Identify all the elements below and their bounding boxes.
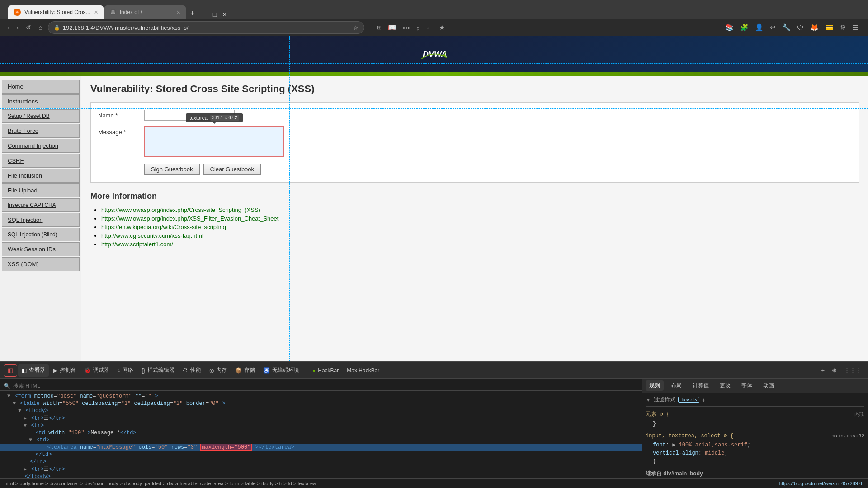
html-line-11: <tr>☰</tr> [0,465,642,473]
message-textarea[interactable] [144,126,284,157]
info-link-5[interactable]: http://www.scriptalert1.com/ [101,241,173,248]
html-line-8[interactable]: <textarea name="mtxMessage" cols="50" ro… [0,444,642,451]
status-link[interactable]: https://blog.csdn.net/weixin_45728976 [779,481,863,486]
tab-xss[interactable]: Vulnerability: Stored Cros... ✕ [8,5,104,19]
sidebar-item-xss-dom[interactable]: XSS (DOM) [2,257,80,271]
css-tab-animation[interactable]: 动画 [760,380,778,391]
devtools-target-btn[interactable]: ⊕ [829,366,840,375]
tab-close-2[interactable]: ✕ [176,9,180,15]
devtools-maxhackbar-btn[interactable]: Max HackBar [343,364,383,377]
sidebar-item-file-inclusion[interactable]: File Inclusion [2,169,80,183]
refresh-button[interactable]: ↺ [24,23,33,32]
devtools-add-btn[interactable]: + [818,366,827,375]
devtools-icon[interactable]: 🔧 [780,23,793,33]
a11y-icon: ♿ [263,367,270,374]
html-line-12: </tbody> [0,473,642,478]
info-link-2[interactable]: https://www.owasp.org/index.php/XSS_Filt… [101,215,278,222]
menu-icon[interactable]: ☰ [850,23,860,33]
addon-icon[interactable]: 🦊 [808,23,821,33]
triangle-td[interactable] [29,437,32,443]
security-icon: 🔒 [54,25,60,31]
sync-icon[interactable]: ↕ [415,23,422,33]
search-html-input[interactable] [13,383,81,389]
css-tab-fonts[interactable]: 字体 [738,380,756,391]
triangle-tr2[interactable] [24,422,27,429]
history-icon[interactable]: ↩ [768,23,778,33]
search-icon: 🔍 [4,383,10,389]
sidebar-item-setup[interactable]: Setup / Reset DB [2,109,80,123]
sidebar-item-insecure-captcha[interactable]: Insecure CAPTCHA [2,198,80,212]
sidebar-item-sql-blind[interactable]: SQL Injection (Blind) [2,228,80,241]
devtools-memory-btn[interactable]: ◎ 内存 [206,364,231,377]
sidebar-item-sql-injection[interactable]: SQL Injection [2,213,80,227]
css-tab-rules[interactable]: 规则 [646,380,664,391]
maximize-button[interactable]: □ [211,10,218,19]
css-section-header-element: 元素 ⚙ { 内联 [646,410,864,418]
devtools-style-btn[interactable]: {} 样式编辑器 [138,364,178,377]
devtools-storage-btn[interactable]: 📦 存储 [231,364,259,377]
devtools-inspector-btn[interactable]: ◧ [4,364,17,377]
tabs-bar: Vulnerability: Stored Cros... ✕ Index of… [8,0,863,19]
address-field[interactable]: 🔒 192.168.1.4/DVWA-master/vulnerabilitie… [48,21,364,34]
close-browser-button[interactable]: ✕ [220,10,229,19]
star-icon[interactable]: ★ [437,23,447,33]
info-link-3[interactable]: https://en.wikipedia.org/wiki/Cross-site… [101,224,226,230]
dots-icon[interactable]: ••• [401,23,412,33]
bookmark-icon[interactable]: ☆ [353,24,359,31]
css-source-element: 内联 [854,411,864,418]
new-tab-button[interactable]: + [187,7,198,19]
devtools-hackbar-btn[interactable]: ● HackBar [309,364,342,377]
info-link-4[interactable]: http://www.cgisecurity.com/xss-faq.html [101,232,203,239]
devtools-debugger-btn[interactable]: 🐞 调试器 [80,364,113,377]
reader-icon[interactable]: 📖 [386,23,398,33]
back-button[interactable]: ‹ [5,23,11,32]
devtools-viewer-btn[interactable]: ◧ 查看器 [18,364,49,377]
settings-icon[interactable]: ⚙ [838,23,848,33]
html-panel: 🔍 <form method="post" name="guestform" "… [0,379,642,478]
clear-guestbook-button[interactable]: Clear Guestbook [203,164,261,175]
css-add-rule-btn[interactable]: + [702,396,706,404]
maxhackbar-label: Max HackBar [347,367,379,374]
devtools-a11y-btn[interactable]: ♿ 无障碍环境 [259,364,303,377]
css-tab-computed[interactable]: 计算值 [689,380,712,391]
account-icon[interactable]: 👤 [753,23,765,33]
css-tab-layout[interactable]: 布局 [667,380,685,391]
filter-pseudo-badge[interactable]: :hov .cls [678,397,699,403]
extensions-icon[interactable]: 🧩 [738,23,750,33]
minimize-button[interactable]: — [199,10,209,19]
library-icon[interactable]: 📚 [723,23,736,33]
tab-index[interactable]: Index of / ✕ [104,5,186,19]
devtools-network-btn[interactable]: ↕ 网络 [114,364,137,377]
triangle-tr1[interactable] [24,415,27,422]
devtools-console-btn[interactable]: ▶ 控制台 [50,364,80,377]
triangle-table[interactable] [13,400,16,407]
devtools-perf-btn[interactable]: ⏱ 性能 [179,364,205,377]
shield-icon[interactable]: 🛡 [795,23,806,33]
home-button[interactable]: ⌂ [37,23,44,32]
collections-icon[interactable]: ⊞ [375,23,383,32]
textarea-wrapper: textarea 331.1 × 67.2 [144,126,284,158]
sidebar-item-home[interactable]: Home [2,80,80,94]
html-line-7: <td> [0,436,642,444]
sidebar-item-file-upload[interactable]: File Upload [2,183,80,197]
sidebar-item-instructions[interactable]: Instructions [2,94,80,108]
devtools-more-btn[interactable]: ⋮⋮⋮ [841,366,864,375]
sidebar-item-brute-force[interactable]: Brute Force [2,124,80,138]
devtools-separator-1 [306,366,306,375]
triangle-tr3[interactable] [24,466,27,473]
sidebar-item-command-injection[interactable]: Command Injection [2,139,80,153]
inspector-icon: ◧ [8,367,13,374]
info-link-1[interactable]: https://www.owasp.org/index.php/Cross-si… [101,206,260,213]
wallet-icon[interactable]: 💳 [823,23,835,33]
css-tab-changes[interactable]: 更改 [716,380,734,391]
triangle-tbody[interactable] [18,408,21,414]
triangle-form[interactable] [7,393,10,399]
sidebar-item-weak-session[interactable]: Weak Session IDs [2,242,80,256]
url-text: 192.168.1.4/DVWA-master/vulnerabilities/… [63,24,350,31]
tab-close-1[interactable]: ✕ [94,9,98,15]
forward-button[interactable]: › [15,23,21,32]
back-icon[interactable]: ← [424,23,434,33]
sidebar-item-csrf[interactable]: CSRF [2,154,80,168]
browser-chrome: Vulnerability: Stored Cros... ✕ Index of… [0,0,868,19]
sign-guestbook-button[interactable]: Sign Guestbook [144,164,200,175]
